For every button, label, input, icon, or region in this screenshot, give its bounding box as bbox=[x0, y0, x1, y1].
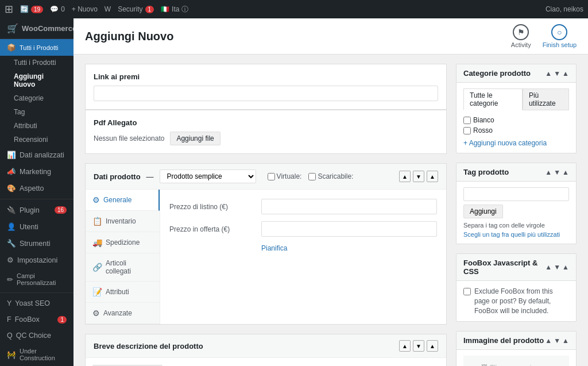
adminbar-updates[interactable]: 🔄 19 bbox=[20, 5, 43, 13]
adminbar-lang[interactable]: 🇮🇹 Ita ⓘ bbox=[161, 5, 188, 14]
collapse-close-btn[interactable]: ▲ bbox=[427, 171, 438, 182]
foobox-close[interactable]: ▲ bbox=[562, 263, 569, 271]
aggiungi-label: Aggiungi Nuovo bbox=[14, 72, 67, 88]
sidebar-sub-recensioni[interactable]: Recensioni bbox=[7, 133, 74, 147]
recensioni-label: Recensioni bbox=[14, 136, 48, 144]
immagine-collapse-down[interactable]: ▼ bbox=[554, 337, 560, 345]
foobox-header: FooBox Javascript & CSS ▲ ▼ ▲ bbox=[457, 254, 576, 281]
dati-prodotto-header: Dati prodotto — Prodotto semplice Prodot… bbox=[86, 164, 446, 190]
immagine-collapse-up[interactable]: ▲ bbox=[545, 337, 552, 345]
tab-articoli[interactable]: 🔗 Articoli collegati bbox=[86, 253, 160, 282]
foobox-collapse-down[interactable]: ▼ bbox=[554, 263, 560, 271]
cat-tab-tutte[interactable]: Tutte le categorie bbox=[463, 88, 523, 110]
tag-add-button[interactable]: Aggiungi bbox=[463, 205, 503, 218]
main-header: Aggiungi Nuovo ⚑ Activity ○ Finish setup bbox=[74, 18, 588, 55]
tag-body: Aggiungi Separa i tag con delle virgole … bbox=[457, 182, 576, 244]
foobox-collapse-up[interactable]: ▲ bbox=[545, 263, 552, 271]
sidebar-item-campi[interactable]: ✏ Campi Personalizzati bbox=[0, 268, 74, 290]
pianifica-link[interactable]: Pianifica bbox=[261, 244, 287, 252]
adminbar-comments[interactable]: 💬 0 bbox=[50, 5, 65, 13]
categorie-panel: Categorie prodotto ▲ ▼ ▲ Tutte le catego… bbox=[456, 64, 577, 153]
sidebar-item-dati[interactable]: 📊 Dati analizzati bbox=[0, 147, 74, 163]
finish-setup-button[interactable]: ○ Finish setup bbox=[543, 24, 577, 48]
virtuale-checkbox-label: Virtuale: bbox=[268, 172, 302, 180]
tag-choose-link[interactable]: Scegli un tag fra quelli più utilizzati bbox=[463, 231, 569, 238]
articoli-icon: 🔗 bbox=[92, 263, 102, 272]
inventario-icon: 📋 bbox=[92, 217, 102, 226]
immagine-placeholder[interactable]: 🖼 Clicca per aggiungere bbox=[463, 356, 569, 366]
spedizione-icon: 🚚 bbox=[92, 238, 102, 247]
pdf-no-file: Nessun file selezionato bbox=[94, 134, 164, 142]
sidebar-item-yoast[interactable]: Y Yoast SEO bbox=[0, 295, 74, 311]
adminbar-security[interactable]: Security 1 bbox=[118, 5, 154, 13]
prezzo-listino-input[interactable] bbox=[261, 199, 437, 214]
scaricabile-checkbox-label: Scaricabile: bbox=[308, 172, 353, 180]
tab-spedizione[interactable]: 🚚 Spedizione bbox=[86, 232, 160, 253]
plugin-icon: 🔌 bbox=[7, 206, 16, 214]
sidebar-item-foobox[interactable]: F FooBox 1 bbox=[0, 311, 74, 328]
foobox-exclude-checkbox[interactable] bbox=[463, 288, 471, 295]
sidebar-item-strumenti[interactable]: 🔧 Strumenti bbox=[0, 235, 74, 252]
cat-tab-piu[interactable]: Più utilizzate bbox=[523, 88, 569, 110]
add-categoria-link[interactable]: + Aggiungi nuova categoria bbox=[463, 139, 569, 147]
sidebar-item-plugin[interactable]: 🔌 Plugin 16 bbox=[0, 202, 74, 218]
breve-collapse-close[interactable]: ▲ bbox=[427, 340, 438, 352]
tag-close[interactable]: ▲ bbox=[562, 168, 569, 176]
dati-prodotto-body: ⚙ Generale 📋 Inventario 🚚 Spedizione bbox=[86, 190, 446, 324]
cat-checkbox-rosso[interactable] bbox=[463, 127, 471, 134]
sidebar-item-impostazioni[interactable]: ⚙ Impostazioni bbox=[0, 252, 74, 268]
tag-header: Tag prodotto ▲ ▼ ▲ bbox=[457, 163, 576, 182]
campi-icon: ✏ bbox=[7, 275, 13, 284]
immagine-close[interactable]: ▲ bbox=[562, 337, 569, 345]
cat-item-rosso[interactable]: Rosso bbox=[463, 125, 569, 136]
cat-checkbox-bianco[interactable] bbox=[463, 117, 471, 124]
cat-collapse-down[interactable]: ▼ bbox=[554, 70, 560, 78]
tag-input[interactable] bbox=[463, 187, 569, 201]
sidebar-sub-attributi[interactable]: Attributi bbox=[7, 119, 74, 133]
foobox-checkbox-label: Exclude FooBox from this page or post? B… bbox=[474, 287, 569, 315]
prezzo-listino-label: Prezzo di listino (€) bbox=[169, 203, 261, 211]
tag-panel: Tag prodotto ▲ ▼ ▲ Aggiungi Separa i tag… bbox=[456, 163, 577, 244]
sidebar-sub-tutti[interactable]: Tutti i Prodotti bbox=[7, 56, 74, 70]
adminbar-new[interactable]: + Nuovo bbox=[72, 5, 98, 13]
breve-collapse-up[interactable]: ▲ bbox=[399, 340, 411, 352]
link-premi-input[interactable] bbox=[94, 86, 438, 101]
collapse-up-btn[interactable]: ▲ bbox=[399, 171, 411, 182]
cat-close[interactable]: ▲ bbox=[562, 70, 569, 78]
avanzate-icon: ⚙ bbox=[92, 309, 100, 318]
sidebar-item-qcchoice[interactable]: Q QC Choice bbox=[0, 328, 74, 344]
activity-button[interactable]: ⚑ Activity bbox=[511, 24, 531, 48]
tag-label: Tag bbox=[14, 108, 25, 116]
tab-avanzate[interactable]: ⚙ Avanzate bbox=[86, 303, 160, 324]
sidebar-item-utenti[interactable]: 👤 Utenti bbox=[0, 218, 74, 235]
sidebar-sub-tag[interactable]: Tag bbox=[7, 105, 74, 119]
cat-item-bianco[interactable]: Bianco bbox=[463, 115, 569, 125]
wp-logo[interactable]: ⊞ bbox=[5, 3, 13, 16]
prodotto-type-select[interactable]: Prodotto semplice Prodotto variabile Pro… bbox=[160, 169, 256, 183]
sidebar-sub-aggiungi[interactable]: Aggiungi Nuovo bbox=[7, 70, 74, 91]
tab-inventario[interactable]: 📋 Inventario bbox=[86, 211, 160, 232]
tag-collapse-down[interactable]: ▼ bbox=[554, 168, 560, 176]
sidebar-item-aspetto[interactable]: 🎨 Aspetto bbox=[0, 180, 74, 197]
sidebar-brand[interactable]: 🛒 WooCommerce bbox=[0, 18, 74, 39]
breve-collapse-down[interactable]: ▼ bbox=[413, 340, 424, 352]
tab-attributi[interactable]: 📝 Attributi bbox=[86, 282, 160, 303]
foobox-title: FooBox Javascript & CSS bbox=[463, 259, 545, 276]
sidebar-sub-categorie[interactable]: Categorie bbox=[7, 91, 74, 105]
sidebar-item-marketing[interactable]: 📣 Marketing bbox=[0, 163, 74, 180]
main-content: Aggiungi Nuovo ⚑ Activity ○ Finish setup… bbox=[74, 18, 588, 366]
categorie-title: Categorie prodotto bbox=[463, 69, 531, 78]
tab-generale[interactable]: ⚙ Generale bbox=[86, 190, 160, 211]
marketing-icon: 📣 bbox=[7, 167, 16, 176]
virtuale-checkbox[interactable] bbox=[268, 173, 275, 180]
adminbar-woo[interactable]: W bbox=[105, 5, 111, 13]
prezzo-offerta-input[interactable] bbox=[261, 221, 437, 237]
pdf-add-button[interactable]: Aggiungi file bbox=[170, 132, 220, 145]
cat-collapse-up[interactable]: ▲ bbox=[545, 70, 552, 78]
collapse-down-btn[interactable]: ▼ bbox=[413, 171, 424, 182]
sidebar-item-underconstruction[interactable]: 🚧 Under Construction bbox=[0, 344, 74, 365]
scaricabile-checkbox[interactable] bbox=[308, 173, 316, 180]
tag-collapse-up[interactable]: ▲ bbox=[545, 168, 552, 176]
cat-list: Bianco Rosso bbox=[463, 115, 569, 136]
sidebar-item-prodotti[interactable]: 📦 Tutti i Prodotti bbox=[0, 39, 74, 56]
